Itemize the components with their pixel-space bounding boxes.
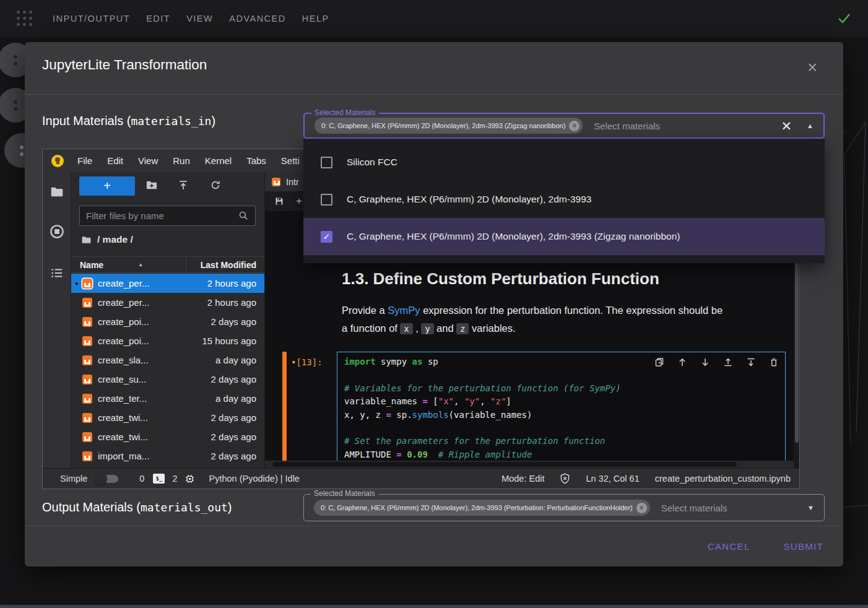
material-option[interactable]: C, Graphene, HEX (P6/mmm) 2D (Monolayer)… xyxy=(303,181,825,218)
dialog-header: JupyterLite Transformation × xyxy=(25,42,843,95)
upload-icon[interactable] xyxy=(178,180,189,191)
dialog-title: JupyterLite Transformation xyxy=(42,57,207,73)
cell-toolbar xyxy=(654,357,779,367)
kernel-icon[interactable] xyxy=(184,474,195,484)
jupyter-menu-item[interactable]: Tabs xyxy=(239,155,274,166)
notebook-file-icon xyxy=(82,298,92,308)
notebook-file-icon xyxy=(82,413,92,423)
checkbox-icon[interactable] xyxy=(321,157,332,168)
dialog-footer: CANCEL SUBMIT xyxy=(25,526,843,567)
notebook-file-icon xyxy=(82,394,92,404)
submit-button[interactable]: SUBMIT xyxy=(784,541,823,552)
background-3d-viewer xyxy=(841,37,868,532)
jupyter-menu-item[interactable]: File xyxy=(70,155,100,166)
kernels-count: 2 xyxy=(172,474,177,484)
simple-mode-toggle[interactable] xyxy=(95,473,121,484)
chip-delete-icon[interactable]: × xyxy=(636,503,647,513)
refresh-icon[interactable] xyxy=(210,180,221,191)
checkbox-icon[interactable] xyxy=(321,194,332,206)
terminals-count: 0 xyxy=(139,474,144,484)
check-icon xyxy=(836,11,852,26)
material-option[interactable]: ✓C, Graphene, HEX (P6/mmm) 2D (Monolayer… xyxy=(303,218,825,255)
output-materials-label: Output Materials (materials_out) xyxy=(42,500,232,515)
active-filename: create_perturbation_custom.ipynb xyxy=(655,474,791,484)
insert-cell-below-icon[interactable] xyxy=(746,357,756,367)
markdown-paragraph: Provide a SymPy expression for the pertu… xyxy=(342,302,779,338)
select-placeholder: Select materials xyxy=(594,121,660,131)
output-materials-select[interactable]: Selected Materials 0: C, Graphene, HEX (… xyxy=(303,494,825,521)
table-of-contents-icon[interactable] xyxy=(50,266,64,280)
material-option[interactable]: Silicon FCC xyxy=(303,144,825,181)
jupyter-menu-item[interactable]: View xyxy=(131,155,165,166)
materials-dropdown: Silicon FCCC, Graphene, HEX (P6/mmm) 2D … xyxy=(303,139,825,263)
running-sessions-icon[interactable] xyxy=(50,224,64,239)
sympy-link[interactable]: SymPy xyxy=(388,305,420,316)
chip-delete-icon[interactable]: × xyxy=(569,121,579,131)
file-browser-icon[interactable] xyxy=(50,186,64,198)
file-row[interactable]: create_poi...2 days ago xyxy=(71,312,264,331)
close-icon[interactable]: × xyxy=(807,59,817,76)
app-menu-item[interactable]: ADVANCED xyxy=(229,14,302,24)
notebook-file-icon xyxy=(82,279,92,289)
insert-cell-above-icon[interactable] xyxy=(723,357,733,367)
material-chip[interactable]: 0: C, Graphene, HEX (P6/mmm) 2D (Monolay… xyxy=(314,500,650,516)
running-dot: ● xyxy=(75,280,82,287)
material-chip[interactable]: 0: C, Graphene, HEX (P6/mmm) 2D (Monolay… xyxy=(315,118,583,134)
file-row[interactable]: ●create_per...2 hours ago xyxy=(71,274,264,293)
file-list: ●create_per...2 hours agocreate_per...2 … xyxy=(71,274,264,468)
bottom-scrollbar[interactable] xyxy=(0,605,868,608)
file-row[interactable]: import_ma...2 days ago xyxy=(71,446,264,466)
file-row[interactable]: create_ter...a day ago xyxy=(71,389,264,408)
clear-icon[interactable]: ✕ xyxy=(781,119,792,132)
app-menu-item[interactable]: HELP xyxy=(302,14,345,24)
new-folder-icon[interactable] xyxy=(145,180,158,191)
jupyterlite-transformation-dialog: JupyterLite Transformation × Input Mater… xyxy=(25,42,843,567)
new-launcher-button[interactable]: + xyxy=(79,176,135,196)
jupyter-menu-item[interactable]: Setti xyxy=(274,155,307,166)
app-menu-item[interactable]: EDIT xyxy=(146,14,186,24)
active-cell-collapser[interactable] xyxy=(282,352,287,461)
column-name[interactable]: Name▲ xyxy=(71,257,186,272)
app-menu-item[interactable]: VIEW xyxy=(186,14,229,24)
file-row[interactable]: create_twi...2 days ago xyxy=(71,427,264,446)
file-row[interactable]: create_poi...15 hours ago xyxy=(71,331,264,350)
jupyter-file-browser: + Filter files by name / made / xyxy=(71,172,265,468)
sort-ascending-icon: ▲ xyxy=(138,262,143,267)
save-icon[interactable] xyxy=(274,196,284,206)
notebook-file-icon xyxy=(82,375,92,384)
expand-icon[interactable]: ▼ xyxy=(807,504,814,511)
jupyter-menu-item[interactable]: Kernel xyxy=(197,155,239,166)
file-list-header: Name▲ Last Modified xyxy=(71,256,264,273)
trust-shield-icon[interactable] xyxy=(560,473,570,484)
code-cell-editor[interactable]: import sympy as sp # Variables for the p… xyxy=(337,352,786,461)
jupyter-menu-item[interactable]: Run xyxy=(165,155,197,166)
kernel-status[interactable]: Python (Pyodide) | Idle xyxy=(209,474,299,484)
app-menu-item[interactable]: INPUT/OUTPUT xyxy=(53,14,146,24)
cursor-position[interactable]: Ln 32, Col 61 xyxy=(586,474,639,484)
fieldset-label: Selected Materials xyxy=(311,489,378,498)
jupyter-menu-item[interactable]: Edit xyxy=(100,155,131,166)
file-row[interactable]: create_sla...a day ago xyxy=(71,350,264,370)
checkbox-icon[interactable]: ✓ xyxy=(321,231,332,243)
delete-cell-icon[interactable] xyxy=(769,357,779,367)
column-last-modified[interactable]: Last Modified xyxy=(186,260,264,270)
terminal-icon[interactable]: $_ xyxy=(153,474,165,484)
notebook-file-icon xyxy=(82,355,92,365)
search-icon xyxy=(238,211,249,221)
cancel-button[interactable]: CANCEL xyxy=(708,541,750,552)
app-logo-icon[interactable] xyxy=(17,11,33,27)
file-row[interactable]: create_su...2 days ago xyxy=(71,370,264,389)
insert-cell-icon[interactable]: + xyxy=(296,195,302,207)
collapse-icon[interactable]: ▲ xyxy=(807,122,814,129)
duplicate-cell-icon[interactable] xyxy=(654,357,664,367)
file-row[interactable]: create_per...2 hours ago xyxy=(71,293,264,312)
move-cell-down-icon[interactable] xyxy=(700,357,710,367)
move-cell-up-icon[interactable] xyxy=(677,357,687,367)
folder-icon xyxy=(81,235,92,245)
filter-files-input[interactable]: Filter files by name xyxy=(79,206,256,226)
horizontal-scrollbar[interactable] xyxy=(265,461,794,468)
input-materials-select[interactable]: Selected Materials 0: C, Graphene, HEX (… xyxy=(303,113,825,139)
file-row[interactable]: create_twi...2 days ago xyxy=(71,408,264,427)
inline-code: x xyxy=(400,323,412,334)
breadcrumb[interactable]: / made / xyxy=(81,234,133,245)
